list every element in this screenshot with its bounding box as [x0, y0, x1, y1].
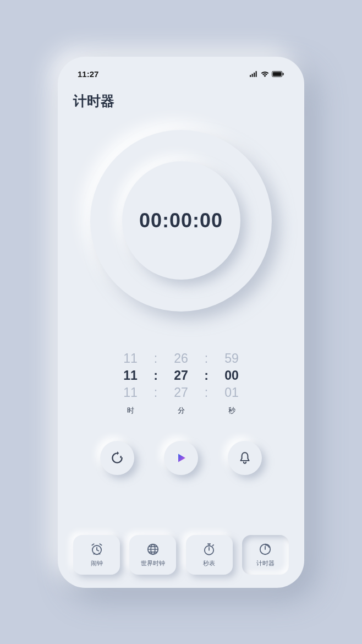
play-icon: [174, 451, 188, 465]
refresh-button[interactable]: [100, 441, 134, 475]
nav-item-stopwatch[interactable]: 秒表: [186, 535, 233, 575]
picker-label-m: 分: [162, 406, 200, 416]
time-picker[interactable]: 11 : 26 : 59 11 : 27 : 00 11 : 27 : 01 时…: [73, 351, 289, 416]
svg-rect-5: [273, 72, 282, 76]
dial-inner-ring: 00:00:00: [122, 161, 240, 280]
stopwatch-icon: [202, 542, 216, 556]
nav-label: 世界时钟: [141, 559, 165, 567]
nav-label: 闹钟: [91, 559, 103, 567]
timer-display: 00:00:00: [139, 209, 223, 232]
svg-rect-2: [254, 73, 255, 77]
nav-label: 秒表: [203, 559, 215, 567]
status-time: 11:27: [78, 69, 98, 79]
battery-icon: [272, 71, 284, 77]
nav-label: 计时器: [256, 559, 275, 567]
timer-dial: 00:00:00: [73, 130, 289, 312]
play-button[interactable]: [164, 441, 198, 475]
wifi-icon: [261, 71, 269, 77]
svg-rect-3: [256, 71, 257, 77]
picker-row-next[interactable]: 11 : 27 : 01: [111, 385, 251, 400]
bell-icon: [238, 451, 252, 465]
svg-rect-1: [252, 74, 253, 77]
control-row: [73, 441, 289, 475]
signal-icon: [250, 71, 258, 77]
dial-outer-ring: 00:00:00: [90, 130, 272, 312]
svg-rect-0: [250, 75, 251, 77]
picker-labels: 时 分 秒: [111, 406, 251, 416]
bottom-nav: 闹钟 世界时钟 秒表 计时器: [73, 535, 289, 575]
page-title: 计时器: [73, 92, 289, 110]
alarm-clock-icon: [90, 542, 104, 556]
nav-item-timer[interactable]: 计时器: [242, 535, 289, 575]
refresh-icon: [110, 451, 124, 465]
picker-label-s: 秒: [212, 406, 251, 416]
phone-frame: 11:27 计时器 00:00:00 11 : 26 : 59 11 : 27 …: [58, 57, 304, 588]
picker-label-h: 时: [111, 406, 150, 416]
nav-item-worldclock[interactable]: 世界时钟: [129, 535, 176, 575]
status-bar: 11:27: [73, 57, 289, 88]
nav-item-alarm[interactable]: 闹钟: [73, 535, 120, 575]
picker-row-current[interactable]: 11 : 27 : 00: [111, 368, 251, 383]
bell-button[interactable]: [228, 441, 262, 475]
svg-rect-6: [283, 73, 284, 75]
status-icons: [250, 71, 284, 77]
globe-icon: [146, 542, 160, 556]
timer-icon: [258, 542, 272, 556]
picker-row-prev[interactable]: 11 : 26 : 59: [111, 351, 251, 366]
